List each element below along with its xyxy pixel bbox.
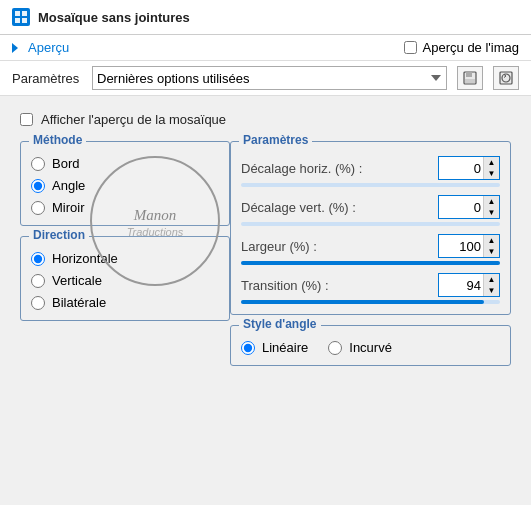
spin-largeur-down[interactable]: ▼ [484,246,499,257]
style-lineaire-label: Linéaire [262,340,308,355]
spin-decalage-horiz-down[interactable]: ▼ [484,168,499,179]
apercu-button[interactable]: Aperçu [12,40,69,55]
style-angle-group: Style d'angle Linéaire Incurvé [230,325,511,366]
preview-mosaic-checkbox[interactable] [20,113,33,126]
params-select[interactable]: Dernières options utilisées [92,66,447,90]
direction-bilaterale[interactable]: Bilatérale [31,295,219,310]
progress-transition [241,300,500,304]
params-row: Paramètres Dernières options utilisées [0,61,531,96]
methode-angle-label: Angle [52,178,85,193]
svg-rect-5 [466,72,472,77]
direction-horizontale-radio[interactable] [31,252,45,266]
apercu-image-checkbox[interactable] [404,41,417,54]
direction-horizontale[interactable]: Horizontale [31,251,219,266]
direction-verticale-label: Verticale [52,273,102,288]
spin-decalage-vert-input[interactable] [439,196,483,218]
progress-decalage-horiz [241,183,500,187]
spin-decalage-vert: ▲ ▼ [438,195,500,219]
param-row-decalage-vert: Décalage vert. (%) : ▲ ▼ [241,195,500,219]
spin-decalage-horiz-up[interactable]: ▲ [484,157,499,168]
params-row-label: Paramètres [12,71,82,86]
apercu-label: Aperçu [28,40,69,55]
parametres-title: Paramètres [239,133,312,147]
spin-largeur-buttons: ▲ ▼ [483,235,499,257]
toolbar-row: Aperçu Aperçu de l'imag [0,35,531,61]
title-bar: Mosaïque sans jointures [0,0,531,35]
methode-group: Méthode Bord Angle Miroir [20,141,230,226]
parametres-group: Paramètres Décalage horiz. (%) : ▲ ▼ [230,141,511,315]
methode-angle[interactable]: Angle [31,178,219,193]
spin-transition-up[interactable]: ▲ [484,274,499,285]
main-content: Afficher l'aperçu de la mosaïque Manon T… [0,96,531,378]
spin-transition-buttons: ▲ ▼ [483,274,499,296]
spin-largeur: ▲ ▼ [438,234,500,258]
right-column: Paramètres Décalage horiz. (%) : ▲ ▼ [230,141,511,366]
param-largeur-label: Largeur (%) : [241,239,432,254]
svg-rect-0 [15,11,20,16]
spin-decalage-horiz-input[interactable] [439,157,483,179]
style-incurve-label: Incurvé [349,340,392,355]
direction-bilaterale-radio[interactable] [31,296,45,310]
progress-transition-fill [241,300,484,304]
methode-bord-label: Bord [52,156,79,171]
spin-decalage-vert-down[interactable]: ▼ [484,207,499,218]
reset-params-button[interactable] [493,66,519,90]
direction-title: Direction [29,228,89,242]
methode-title: Méthode [29,133,86,147]
direction-radio-group: Horizontale Verticale Bilatérale [31,251,219,310]
progress-largeur [241,261,500,265]
direction-verticale-radio[interactable] [31,274,45,288]
param-row-largeur: Largeur (%) : ▲ ▼ [241,234,500,258]
preview-mosaic-label: Afficher l'aperçu de la mosaïque [41,112,226,127]
save-params-button[interactable] [457,66,483,90]
preview-checkbox-row: Afficher l'aperçu de la mosaïque [20,112,511,127]
spin-transition: ▲ ▼ [438,273,500,297]
progress-largeur-fill [241,261,500,265]
direction-verticale[interactable]: Verticale [31,273,219,288]
style-incurve[interactable]: Incurvé [328,340,392,355]
param-decalage-horiz-label: Décalage horiz. (%) : [241,161,432,176]
param-row-transition: Transition (%) : ▲ ▼ [241,273,500,297]
direction-horizontale-label: Horizontale [52,251,118,266]
spin-decalage-horiz: ▲ ▼ [438,156,500,180]
direction-group: Direction Horizontale Verticale Bilatéra… [20,236,230,321]
progress-decalage-vert [241,222,500,226]
spin-largeur-input[interactable] [439,235,483,257]
spin-largeur-up[interactable]: ▲ [484,235,499,246]
methode-bord-radio[interactable] [31,157,45,171]
methode-miroir-radio[interactable] [31,201,45,215]
methode-radio-group: Bord Angle Miroir [31,156,219,215]
app-icon [12,8,30,26]
style-lineaire[interactable]: Linéaire [241,340,308,355]
svg-rect-3 [22,18,27,23]
style-angle-radios: Linéaire Incurvé [241,340,500,355]
apercu-arrow-icon [12,43,23,53]
svg-rect-1 [22,11,27,16]
apercu-image-label: Aperçu de l'imag [423,40,519,55]
left-column: Méthode Bord Angle Miroir [20,141,230,366]
style-lineaire-radio[interactable] [241,341,255,355]
svg-rect-6 [465,79,475,83]
spin-transition-input[interactable] [439,274,483,296]
methode-angle-radio[interactable] [31,179,45,193]
direction-bilaterale-label: Bilatérale [52,295,106,310]
window-title: Mosaïque sans jointures [38,10,190,25]
spin-decalage-vert-up[interactable]: ▲ [484,196,499,207]
style-incurve-radio[interactable] [328,341,342,355]
param-row-decalage-horiz: Décalage horiz. (%) : ▲ ▼ [241,156,500,180]
style-angle-title: Style d'angle [239,317,321,331]
methode-miroir[interactable]: Miroir [31,200,219,215]
param-transition-label: Transition (%) : [241,278,432,293]
spin-decalage-horiz-buttons: ▲ ▼ [483,157,499,179]
methode-miroir-label: Miroir [52,200,85,215]
spin-transition-down[interactable]: ▼ [484,285,499,296]
svg-rect-2 [15,18,20,23]
two-column-layout: Méthode Bord Angle Miroir [20,141,511,366]
spin-decalage-vert-buttons: ▲ ▼ [483,196,499,218]
param-decalage-vert-label: Décalage vert. (%) : [241,200,432,215]
apercu-image-checkbox-container: Aperçu de l'imag [404,40,519,55]
methode-bord[interactable]: Bord [31,156,219,171]
